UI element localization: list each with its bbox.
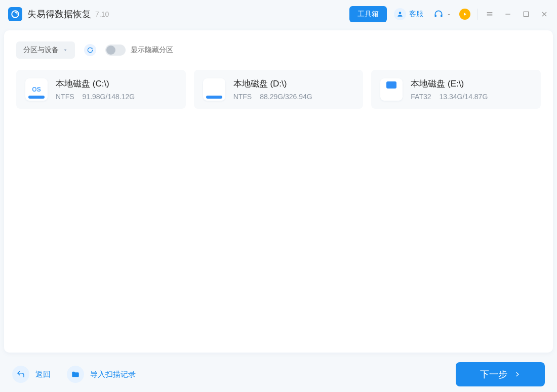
svg-rect-3	[441, 15, 442, 17]
toggle-label: 显示隐藏分区	[131, 46, 173, 55]
disk-size: 13.34G/14.87G	[440, 93, 488, 101]
headset-icon	[432, 8, 445, 20]
disk-size: 88.29G/326.94G	[260, 93, 312, 101]
toggle-knob	[106, 46, 115, 55]
folder-icon	[67, 366, 84, 383]
disk-card-d[interactable]: 本地磁盘 (D:\) NTFS 88.29G/326.94G	[194, 70, 364, 109]
refresh-button[interactable]	[84, 44, 96, 56]
panel-toolbar: 分区与设备 显示隐藏分区	[16, 41, 541, 59]
warning-badge-icon[interactable]	[459, 9, 470, 20]
disk-fat-icon	[380, 78, 403, 101]
footer: 返回 导入扫描记录 下一步	[0, 357, 557, 392]
app-title: 失易得数据恢复	[27, 8, 91, 20]
headset-label: -	[448, 10, 450, 18]
disk-name: 本地磁盘 (D:\)	[233, 78, 312, 90]
svg-marker-12	[64, 50, 67, 51]
disk-size: 91.98G/148.12G	[83, 93, 135, 101]
svg-point-1	[399, 12, 402, 14]
disk-name: 本地磁盘 (E:\)	[411, 78, 488, 90]
main-panel: 分区与设备 显示隐藏分区 OS 本地磁盘 (C:\) NTFS	[4, 30, 553, 353]
app-logo-icon	[8, 7, 22, 21]
headset-link[interactable]: -	[432, 8, 450, 20]
disk-os-icon: OS	[25, 78, 48, 101]
chevron-right-icon	[514, 371, 521, 377]
window-controls	[485, 10, 549, 19]
maximize-button[interactable]	[522, 10, 531, 19]
import-label: 导入扫描记录	[90, 370, 136, 379]
support-icon	[394, 8, 406, 20]
svg-rect-2	[435, 15, 436, 17]
close-button[interactable]	[540, 10, 549, 19]
minimize-button[interactable]	[503, 10, 512, 19]
back-link[interactable]: 返回	[12, 366, 51, 383]
support-label: 客服	[409, 10, 423, 19]
import-link[interactable]: 导入扫描记录	[67, 366, 136, 383]
disk-name: 本地磁盘 (C:\)	[56, 78, 135, 90]
disk-fs: FAT32	[411, 93, 431, 101]
disk-card-e[interactable]: 本地磁盘 (E:\) FAT32 13.34G/14.87G	[371, 70, 541, 109]
svg-rect-9	[524, 12, 528, 16]
svg-point-0	[12, 11, 19, 18]
partition-dropdown[interactable]: 分区与设备	[16, 41, 75, 59]
disk-grid: OS 本地磁盘 (C:\) NTFS 91.98G/148.12G 本地磁盘 (…	[16, 70, 541, 109]
disk-plain-icon	[203, 78, 225, 101]
back-label: 返回	[35, 370, 51, 379]
back-icon	[12, 366, 29, 383]
support-link[interactable]: 客服	[394, 8, 423, 20]
toolbox-button[interactable]: 工具箱	[349, 6, 387, 22]
disk-card-c[interactable]: OS 本地磁盘 (C:\) NTFS 91.98G/148.12G	[16, 70, 186, 109]
disk-fs: NTFS	[56, 93, 74, 101]
titlebar: 失易得数据恢复 7.10 工具箱 客服 -	[0, 0, 557, 28]
app-version: 7.10	[95, 10, 109, 18]
chevron-down-icon	[63, 48, 68, 53]
menu-button[interactable]	[485, 10, 494, 19]
svg-marker-4	[464, 13, 466, 16]
next-button[interactable]: 下一步	[456, 362, 545, 386]
divider	[478, 9, 478, 20]
show-hidden-toggle[interactable]	[105, 45, 126, 56]
next-label: 下一步	[480, 368, 507, 380]
dropdown-label: 分区与设备	[23, 46, 59, 55]
disk-fs: NTFS	[233, 93, 252, 101]
